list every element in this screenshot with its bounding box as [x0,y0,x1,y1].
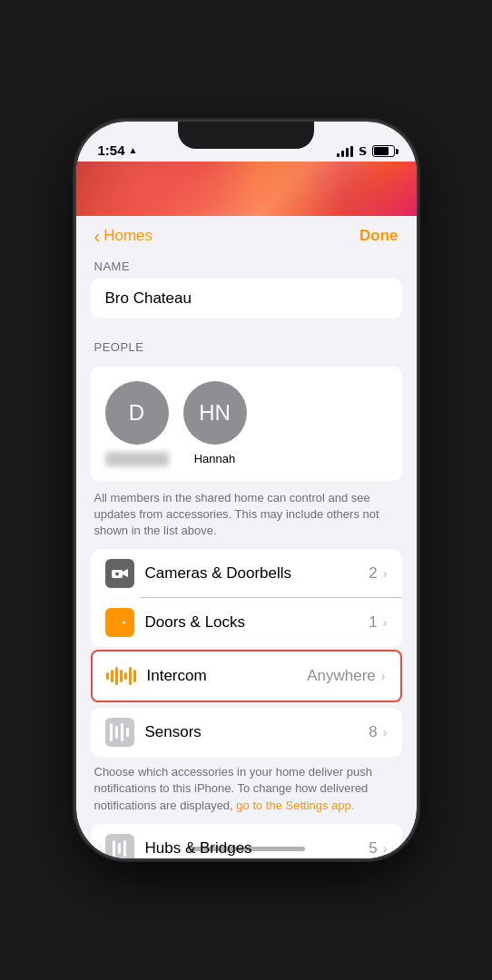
nav-bar: ‹ Homes Done [76,216,417,252]
notch [178,122,314,149]
sensors-icon [105,718,134,747]
people-description: All members in the shared home can contr… [76,481,417,549]
accessories-list-sensors: Sensors 8 › [91,708,402,757]
phone-frame: 1:54 ▲ 𝗦 ‹ [76,122,417,858]
wifi-icon: 𝗦 [359,144,367,158]
list-item-sensors[interactable]: Sensors 8 › [91,708,402,757]
doors-icon [105,608,134,637]
name-input[interactable] [105,289,388,308]
people-container: D HN Hannah [91,367,402,481]
person-item-1[interactable]: D [105,381,169,466]
sensors-value: 8 [369,723,377,741]
person-name-hannah: Hannah [194,452,236,466]
signal-bars-icon [337,146,353,157]
cameras-label: Cameras & Doorbells [145,564,369,583]
sensors-label: Sensors [145,723,369,741]
list-item-intercom[interactable]: Intercom Anywhere › [93,652,400,701]
hubs-icon [105,834,134,858]
hubs-list: Hubs & Bridges 5 › [91,824,402,858]
home-bar [187,847,305,851]
intercom-icon [107,662,136,691]
sensors-chevron-icon: › [383,725,388,740]
cameras-value: 2 [369,564,377,583]
cameras-icon [105,559,134,588]
people-avatars: D HN Hannah [105,381,388,466]
intercom-value: Anywhere [307,667,376,685]
notification-description: Choose which accessories in your home de… [76,757,417,825]
people-section-label: PEOPLE [76,333,417,359]
top-image-area [76,162,417,216]
done-button[interactable]: Done [359,227,399,245]
hubs-value: 5 [369,839,377,858]
battery-icon [372,145,395,157]
list-item-cameras[interactable]: Cameras & Doorbells 2 › [91,549,402,598]
list-item-hubs[interactable]: Hubs & Bridges 5 › [91,824,402,858]
location-icon: ▲ [129,145,138,155]
name-input-container [91,279,402,318]
svg-marker-1 [123,569,128,577]
intercom-chevron-icon: › [381,669,386,683]
intercom-highlighted-item[interactable]: Intercom Anywhere › [91,650,402,702]
nav-back-button[interactable]: ‹ Homes [94,227,153,245]
doors-label: Doors & Locks [145,613,369,632]
list-item-doors[interactable]: Doors & Locks 1 › [91,598,402,647]
screen: 1:54 ▲ 𝗦 ‹ [76,122,417,858]
blurred-name [105,452,169,466]
main-content[interactable]: ‹ Homes Done NAME PEOPLE D [76,216,417,858]
back-chevron-icon: ‹ [94,227,101,245]
doors-value: 1 [369,613,377,632]
back-label: Homes [103,227,153,245]
status-time: 1:54 ▲ [98,142,138,158]
svg-point-2 [115,572,119,575]
avatar-d: D [105,381,169,445]
battery-fill [374,147,389,155]
cameras-chevron-icon: › [383,566,388,581]
intercom-label: Intercom [147,667,308,685]
status-icons: 𝗦 [337,144,395,158]
name-section-label: NAME [76,252,417,279]
doors-chevron-icon: › [383,615,388,630]
accessories-list-top: Cameras & Doorbells 2 › Doors & Locks 1 … [91,549,402,647]
avatar-hn: HN [183,381,247,445]
hubs-chevron-icon: › [383,841,388,856]
settings-link[interactable]: go to the Settings app. [236,799,354,812]
person-item-2[interactable]: HN Hannah [183,381,247,466]
